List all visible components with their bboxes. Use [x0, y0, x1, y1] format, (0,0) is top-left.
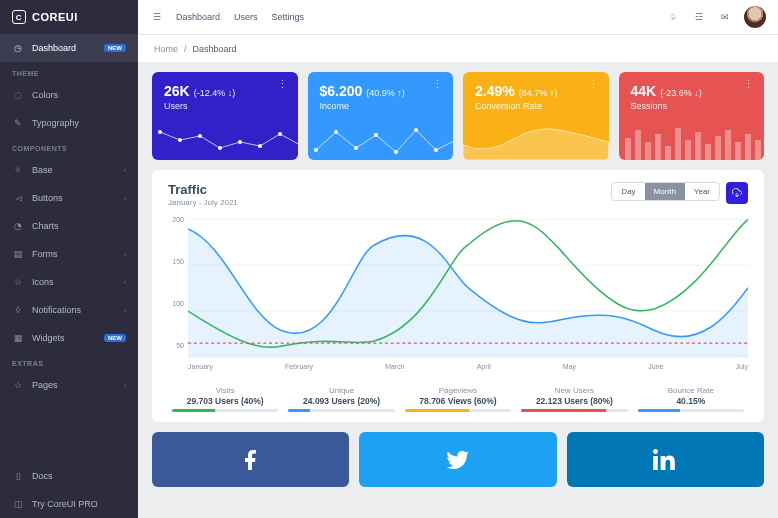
sidebar-item-colors[interactable]: ◌ Colors — [0, 81, 138, 109]
sidebar-item-label: Base — [32, 165, 53, 175]
brand-logo[interactable]: C COREUI — [0, 0, 138, 34]
ts-value: 40.15% — [638, 396, 744, 406]
stat-newusers: New Users22.123 Users (80%) — [521, 386, 627, 412]
sidebar-item-label: Colors — [32, 90, 58, 100]
traffic-subtitle: January - July 2021 — [168, 198, 611, 207]
stat-card-users: ⋮ 26K(-12.4% ↓) Users — [152, 72, 298, 160]
svg-point-8 — [314, 148, 318, 152]
ytick: 50 — [176, 341, 184, 348]
xtick: March — [385, 363, 404, 370]
stat-value: 26K — [164, 83, 190, 99]
svg-rect-17 — [635, 130, 641, 160]
stat-cards-row: ⋮ 26K(-12.4% ↓) Users ⋮ $6.200(40.9% ↑) … — [152, 72, 764, 160]
sparkline-area — [463, 120, 609, 160]
traffic-title: Traffic — [168, 182, 611, 197]
progress-bar — [405, 409, 511, 412]
svg-point-6 — [278, 132, 282, 136]
envelope-icon[interactable]: ✉ — [718, 10, 732, 24]
main: ☰ Dashboard Users Settings ♤ ☲ ✉ Home / … — [138, 0, 778, 518]
segment-month[interactable]: Month — [645, 183, 685, 200]
breadcrumb-sep: / — [184, 44, 187, 54]
svg-point-10 — [354, 146, 358, 150]
svg-rect-28 — [745, 134, 751, 160]
card-menu-icon[interactable]: ⋮ — [743, 82, 754, 86]
stat-card-conversion: ⋮ 2.49%(84.7% ↑) Conversion Rate — [463, 72, 609, 160]
sidebar-item-charts[interactable]: ◔Charts — [0, 212, 138, 240]
facebook-icon — [239, 448, 263, 472]
sidebar-item-label: Pages — [32, 380, 58, 390]
layers-icon: ◫ — [12, 498, 24, 510]
badge-new: NEW — [104, 44, 126, 52]
sidebar-item-notifications[interactable]: ◊Notifications‹ — [0, 296, 138, 324]
breadcrumb-current: Dashboard — [193, 44, 237, 54]
sidebar-item-label: Dashboard — [32, 43, 76, 53]
header-link-dashboard[interactable]: Dashboard — [176, 12, 220, 22]
download-button[interactable] — [726, 182, 748, 204]
sidebar-item-pages[interactable]: ☆Pages‹ — [0, 371, 138, 399]
sidebar-item-forms[interactable]: ▤Forms‹ — [0, 240, 138, 268]
svg-point-9 — [334, 130, 338, 134]
progress-bar — [172, 409, 278, 412]
header: ☰ Dashboard Users Settings ♤ ☲ ✉ — [138, 0, 778, 34]
traffic-chart-svg — [188, 213, 748, 373]
header-link-users[interactable]: Users — [234, 12, 258, 22]
sidebar-item-widgets[interactable]: ▦WidgetsNEW — [0, 324, 138, 352]
progress-bar — [521, 409, 627, 412]
speedometer-icon: ◷ — [12, 42, 24, 54]
nav-title-components: COMPONENTS — [0, 137, 138, 156]
traffic-chart: 200 150 100 50 January February — [168, 213, 748, 378]
nav-title-theme: THEME — [0, 62, 138, 81]
ytick: 150 — [172, 257, 184, 264]
social-card-twitter[interactable] — [359, 432, 556, 487]
drop-icon: ◌ — [12, 89, 24, 101]
svg-point-14 — [434, 148, 438, 152]
card-menu-icon[interactable]: ⋮ — [277, 82, 288, 86]
sidebar-item-typography[interactable]: ✎ Typography — [0, 109, 138, 137]
xtick: January — [188, 363, 213, 370]
bell-icon[interactable]: ♤ — [666, 10, 680, 24]
stat-bounce: Bounce Rate40.15% — [638, 386, 744, 412]
sidebar-item-dashboard[interactable]: ◷ Dashboard NEW — [0, 34, 138, 62]
traffic-stats-row: Visits29.703 Users (40%) Unique24.093 Us… — [168, 386, 748, 412]
segment-day[interactable]: Day — [612, 183, 644, 200]
social-card-facebook[interactable] — [152, 432, 349, 487]
header-link-settings[interactable]: Settings — [272, 12, 305, 22]
y-axis: 200 150 100 50 — [168, 213, 188, 358]
stat-label: Users — [164, 101, 286, 111]
svg-rect-24 — [705, 144, 711, 160]
stat-value: $6.200 — [320, 83, 363, 99]
sidebar-item-buttons[interactable]: ◅Buttons‹ — [0, 184, 138, 212]
file-icon: ▯ — [12, 470, 24, 482]
svg-point-1 — [178, 138, 182, 142]
sidebar-item-label: Notifications — [32, 305, 81, 315]
chevron-left-icon: ‹ — [124, 279, 126, 286]
svg-point-12 — [394, 150, 398, 154]
traffic-card: Traffic January - July 2021 Day Month Ye… — [152, 170, 764, 422]
svg-rect-18 — [645, 142, 651, 160]
social-card-linkedin[interactable] — [567, 432, 764, 487]
ytick: 200 — [172, 215, 184, 222]
sidebar-item-label: Charts — [32, 221, 59, 231]
svg-rect-26 — [725, 130, 731, 160]
chevron-left-icon: ‹ — [124, 382, 126, 389]
logo-icon: C — [12, 10, 26, 24]
sidebar-item-docs[interactable]: ▯Docs — [0, 462, 138, 490]
list-icon[interactable]: ☲ — [692, 10, 706, 24]
card-menu-icon[interactable]: ⋮ — [432, 82, 443, 86]
sidebar-item-pro[interactable]: ◫Try CoreUI PRO — [0, 490, 138, 518]
avatar[interactable] — [744, 6, 766, 28]
breadcrumb-home[interactable]: Home — [154, 44, 178, 54]
ts-label: Visits — [172, 386, 278, 395]
sidebar-item-icons[interactable]: ☆Icons‹ — [0, 268, 138, 296]
segment-year[interactable]: Year — [685, 183, 719, 200]
ts-value: 24.093 Users (20%) — [288, 396, 394, 406]
svg-point-4 — [238, 140, 242, 144]
menu-toggle-icon[interactable]: ☰ — [150, 10, 164, 24]
ts-value: 29.703 Users (40%) — [172, 396, 278, 406]
header-nav: Dashboard Users Settings — [176, 12, 304, 22]
sidebar-item-base[interactable]: ✧Base‹ — [0, 156, 138, 184]
xtick: July — [735, 363, 747, 370]
pencil-icon: ✎ — [12, 117, 24, 129]
card-menu-icon[interactable]: ⋮ — [588, 82, 599, 86]
nav-title-extras: EXTRAS — [0, 352, 138, 371]
